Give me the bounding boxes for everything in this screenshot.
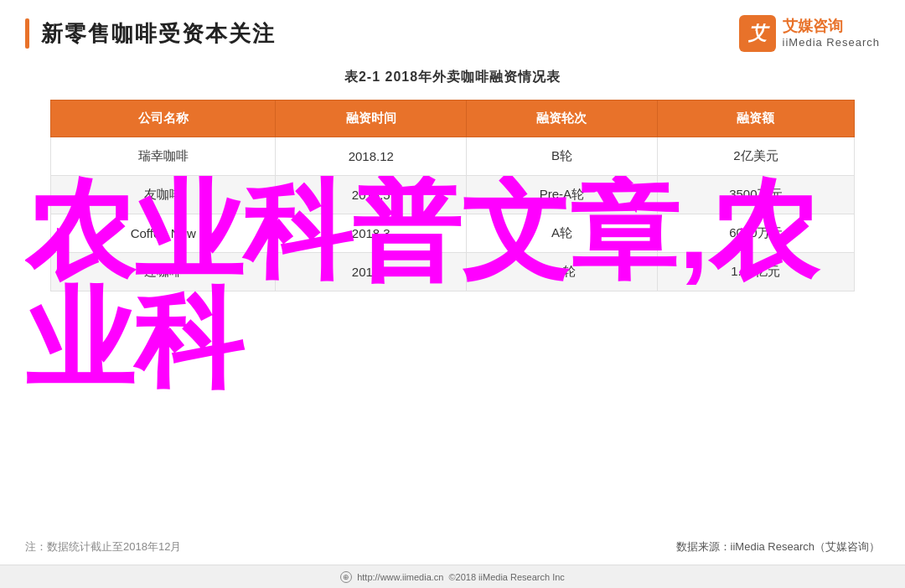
cell-r0-c2: B轮 <box>467 137 658 176</box>
title-bar-accent <box>25 18 29 49</box>
col-amount: 融资额 <box>657 101 854 137</box>
watermark-line2: 业科 <box>25 285 880 394</box>
cell-r0-c0: 瑞幸咖啡 <box>51 137 276 176</box>
title-block: 新零售咖啡受资本关注 <box>25 18 276 49</box>
table-caption: 表2-1 2018年外卖咖啡融资情况表 <box>50 69 855 86</box>
table-section: 表2-1 2018年外卖咖啡融资情况表 公司名称 融资时间 融资轮次 融资额 瑞… <box>0 60 905 300</box>
footer-note: 注：数据统计截止至2018年12月 <box>25 539 181 554</box>
table-header-row: 公司名称 融资时间 融资轮次 融资额 <box>51 101 855 137</box>
globe-icon: ⊕ <box>340 571 352 583</box>
logo-icon: 艾 <box>739 15 776 52</box>
cell-r1-c1: 2018.5 <box>276 176 467 214</box>
page-header: 新零售咖啡受资本关注 艾 艾媒咨询 iiMedia Research <box>0 0 905 60</box>
table-row: 友咖啡2018.5Pre-A轮3500万元 <box>51 176 855 214</box>
cell-r2-c1: 2018.3 <box>276 214 467 253</box>
cell-r2-c2: A轮 <box>467 214 658 253</box>
cell-r1-c0: 友咖啡 <box>51 176 276 214</box>
cell-r2-c0: Coffee Now <box>51 214 276 253</box>
bottom-url: http://www.iimedia.cn <box>357 572 443 582</box>
table-row: 瑞幸咖啡2018.12B轮2亿美元 <box>51 137 855 176</box>
logo-area: 艾 艾媒咨询 iiMedia Research <box>739 15 880 52</box>
cell-r3-c0: 连咖啡 <box>51 253 276 291</box>
cell-r3-c3: 1.58亿元 <box>657 253 854 291</box>
cell-r1-c3: 3500万元 <box>657 176 854 214</box>
bottom-copyright: ©2018 iiMedia Research Inc <box>448 572 564 582</box>
cell-r1-c2: Pre-A轮 <box>467 176 658 214</box>
page-footer: 注：数据统计截止至2018年12月 数据来源：iiMedia Research（… <box>0 539 905 554</box>
page-title: 新零售咖啡受资本关注 <box>41 19 276 49</box>
cell-r0-c1: 2018.12 <box>276 137 467 176</box>
bottom-bar: ⊕ http://www.iimedia.cn ©2018 iiMedia Re… <box>0 565 905 588</box>
cell-r3-c1: 2018.3 <box>276 253 467 291</box>
table-row: Coffee Now2018.3A轮6000万元 <box>51 214 855 253</box>
footer-source: 数据来源：iiMedia Research（艾媒咨询） <box>676 539 880 554</box>
col-date: 融资时间 <box>276 101 467 137</box>
cell-r2-c3: 6000万元 <box>657 214 854 253</box>
logo-text: 艾媒咨询 iiMedia Research <box>783 18 880 49</box>
table-row: 连咖啡2018.3B+轮1.58亿元 <box>51 253 855 291</box>
cell-r3-c2: B+轮 <box>467 253 658 291</box>
col-round: 融资轮次 <box>467 101 658 137</box>
logo-cn: 艾媒咨询 <box>783 18 880 36</box>
funding-table: 公司名称 融资时间 融资轮次 融资额 瑞幸咖啡2018.12B轮2亿美元友咖啡2… <box>50 100 855 291</box>
cell-r0-c3: 2亿美元 <box>657 137 854 176</box>
col-company: 公司名称 <box>51 101 276 137</box>
logo-en: iiMedia Research <box>783 36 880 49</box>
